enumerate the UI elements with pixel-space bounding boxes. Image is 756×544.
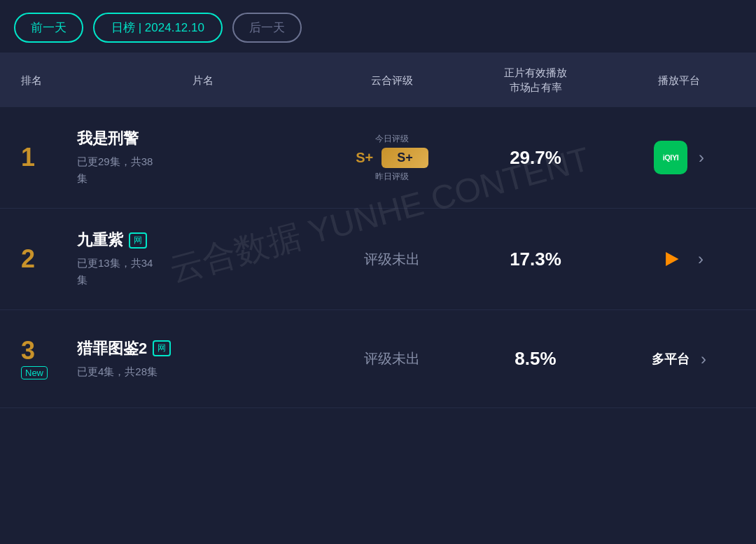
content-area: 云合数据 YUNHE CONTENT 1 我是刑警 已更29集，共38 集 今日… (0, 107, 756, 408)
row-arrow-1[interactable]: › (699, 148, 704, 167)
rating-cell-1: 今日评级 S+ S+ 昨日评级 (329, 133, 455, 183)
rank-number-2: 2 (21, 246, 35, 272)
show-name-2: 九重紫 (77, 230, 123, 251)
table-row: 3 New 猎罪图鉴2 网 已更4集，共28集 评级未出 8.5% 多平台 › (0, 310, 756, 408)
rank-badge-new: New (21, 366, 48, 379)
show-title-2: 九重紫 网 (77, 230, 315, 251)
market-share-cell-3: 8.5% (455, 348, 616, 370)
platform-cell-2: › (616, 243, 742, 275)
rating-value-2: 评级未出 (364, 250, 420, 269)
next-day-button[interactable]: 后一天 (232, 13, 302, 43)
market-share-cell-2: 17.3% (455, 249, 616, 270)
rank-cell-1: 1 (14, 145, 77, 170)
platform-cell-3: 多平台 › (616, 349, 742, 369)
title-cell-3: 猎罪图鉴2 网 已更4集，共28集 (77, 338, 329, 380)
rating-cell-2: 评级未出 (329, 250, 455, 269)
rank-cell-3: 3 New (14, 338, 77, 379)
table-row: 云合数据 YUNHE CONTENT 1 我是刑警 已更29集，共38 集 今日… (0, 107, 756, 209)
show-name-1: 我是刑警 (77, 128, 139, 149)
title-cell-1: 我是刑警 已更29集，共38 集 (77, 128, 329, 187)
show-name-3: 猎罪图鉴2 (77, 338, 147, 359)
header-market-share: 正片有效播放 市场占有率 (455, 65, 616, 95)
show-info-3: 已更4集，共28集 (77, 363, 315, 380)
market-share-value-3: 8.5% (514, 348, 556, 369)
market-share-cell-1: 29.7% (455, 147, 616, 169)
row-arrow-2[interactable]: › (698, 249, 704, 269)
platform-multi-label: 多平台 (652, 351, 690, 368)
market-share-value-1: 29.7% (510, 147, 561, 168)
iqiyi-text: iQIYI (663, 153, 679, 162)
platform-cell-1: iQIYI › (616, 141, 742, 174)
header-rank: 排名 (14, 73, 77, 88)
show-title-3: 猎罪图鉴2 网 (77, 338, 315, 359)
rating-cell-3: 评级未出 (329, 349, 455, 368)
network-badge-3: 网 (153, 340, 171, 356)
top-navigation: 前一天 日榜 | 2024.12.10 后一天 (0, 0, 756, 53)
rating-value-3: 评级未出 (364, 349, 420, 368)
network-badge-2: 网 (129, 232, 147, 249)
show-info-1: 已更29集，共38 集 (77, 153, 315, 187)
rank-number-1: 1 (21, 145, 35, 170)
rating-today-label-1: 今日评级 (375, 133, 409, 145)
svg-marker-1 (666, 252, 678, 266)
header-rating: 云合评级 (329, 73, 455, 88)
row-arrow-3[interactable]: › (701, 349, 706, 369)
rating-yesterday-label-1: 昨日评级 (375, 171, 409, 183)
header-platform: 播放平台 (616, 73, 742, 88)
table-header: 排名 片名 云合评级 正片有效播放 市场占有率 播放平台 (0, 53, 756, 107)
date-display: 日榜 | 2024.12.10 (93, 13, 223, 43)
platform-iqiyi-logo: iQIYI (654, 141, 687, 174)
market-share-value-2: 17.3% (510, 249, 561, 270)
table-row: 2 九重紫 网 已更13集，共34 集 评级未出 17.3% (0, 209, 756, 310)
rating-badge-1: S+ (382, 148, 428, 168)
prev-day-button[interactable]: 前一天 (14, 13, 83, 43)
show-info-2: 已更13集，共34 集 (77, 255, 315, 288)
show-title-1: 我是刑警 (77, 128, 315, 149)
platform-tencent-logo (654, 243, 687, 275)
title-cell-2: 九重紫 网 已更13集，共34 集 (77, 230, 329, 288)
header-title: 片名 (77, 73, 329, 88)
rank-cell-2: 2 (14, 246, 77, 272)
rank-number-3: 3 (21, 338, 35, 363)
rating-value-text-1: S+ (356, 150, 373, 166)
